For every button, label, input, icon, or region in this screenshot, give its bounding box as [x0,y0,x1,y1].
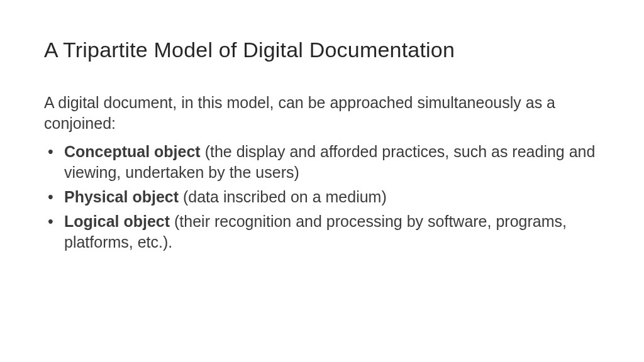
bullet-list: Conceptual object (the display and affor… [44,141,600,253]
bullet-bold: Physical object [64,188,179,206]
list-item: Physical object (data inscribed on a med… [44,187,600,207]
list-item: Logical object (their recognition and pr… [44,211,600,253]
bullet-bold: Conceptual object [64,143,201,160]
bullet-bold: Logical object [64,212,170,230]
slide-title: A Tripartite Model of Digital Documentat… [44,38,600,62]
bullet-rest: (data inscribed on a medium) [179,188,387,206]
intro-paragraph: A digital document, in this model, can b… [44,92,600,134]
list-item: Conceptual object (the display and affor… [44,141,600,183]
